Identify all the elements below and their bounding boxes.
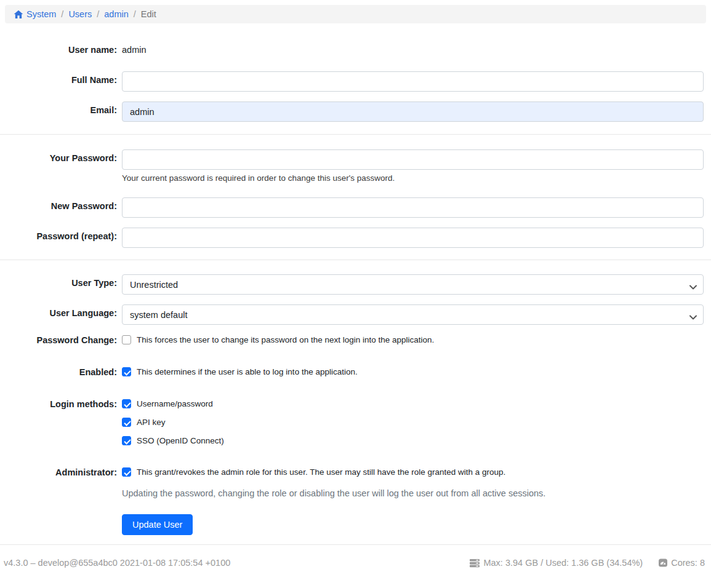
administrator-label: Administrator: [0,467,117,478]
login-method-sso-checkbox[interactable] [122,436,131,445]
breadcrumb-separator: / [134,9,136,19]
login-method-username-password-text: Username/password [137,399,213,409]
breadcrumb-separator: / [61,9,63,19]
breadcrumb-current-edit: Edit [141,9,156,19]
user-language-select[interactable]: system default [122,304,704,325]
enabled-checkbox[interactable] [122,367,131,376]
user-type-label: User Type: [0,274,117,288]
full-name-input[interactable] [122,71,704,92]
breadcrumb-link-users[interactable]: Users [68,9,92,19]
your-password-label: Your Password: [0,149,117,164]
breadcrumb-label-system[interactable]: System [26,9,56,19]
user-name-value: admin [122,44,704,55]
administrator-checkbox[interactable] [122,467,131,477]
new-password-input[interactable] [122,197,704,218]
password-repeat-input[interactable] [122,228,704,248]
breadcrumb-separator: / [97,9,99,19]
home-icon [14,10,23,19]
password-repeat-label: Password (repeat): [0,228,117,242]
email-input[interactable] [122,101,704,122]
enabled-label: Enabled: [0,367,117,378]
email-label: Email: [0,101,117,116]
login-methods-label: Login methods: [0,399,117,410]
session-logout-note: Updating the password, changing the role… [122,488,704,499]
user-name-label: User name: [0,44,117,55]
section-settings: User Type: Unrestricted User Language: s… [0,260,711,545]
breadcrumb-link-system[interactable]: System [14,9,56,19]
administrator-text: This grant/revokes the admin role for th… [137,467,505,477]
version-info: v4.3.0 – develop@655a4bc0 2021-01-08 17:… [4,558,230,568]
section-basic-info: User name: admin Full Name: Email: [0,28,711,135]
password-change-checkbox[interactable] [122,335,131,344]
memory-stat: Max: 3.94 GB / Used: 1.36 GB (34.54%) [470,558,643,568]
memory-text: Max: 3.94 GB / Used: 1.36 GB (34.54%) [483,558,643,568]
update-user-button[interactable]: Update User [122,514,193,535]
password-change-label: Password Change: [0,335,117,346]
password-change-text: This forces the user to change its passw… [137,335,434,345]
new-password-label: New Password: [0,197,117,212]
enabled-text: This determines if the user is able to l… [137,367,358,377]
breadcrumb-link-admin[interactable]: admin [104,9,129,19]
footer: v4.3.0 – develop@655a4bc0 2021-01-08 17:… [0,545,711,568]
login-method-api-key-text: API key [137,417,166,427]
user-type-select[interactable]: Unrestricted [122,274,704,295]
cores-text: Cores: 8 [671,558,705,568]
section-password: Your Password: Your current password is … [0,135,711,260]
login-method-api-key-checkbox[interactable] [122,418,131,427]
login-method-username-password-checkbox[interactable] [122,399,131,408]
breadcrumb: System / Users / admin / Edit [5,5,706,23]
your-password-input[interactable] [122,149,704,170]
user-language-label: User Language: [0,304,117,319]
memory-icon [470,558,480,568]
gauge-icon [659,558,667,567]
your-password-help: Your current password is required in ord… [122,173,704,184]
login-method-sso-text: SSO (OpenID Connect) [137,435,224,446]
cores-stat: Cores: 8 [659,558,705,568]
full-name-label: Full Name: [0,71,117,85]
